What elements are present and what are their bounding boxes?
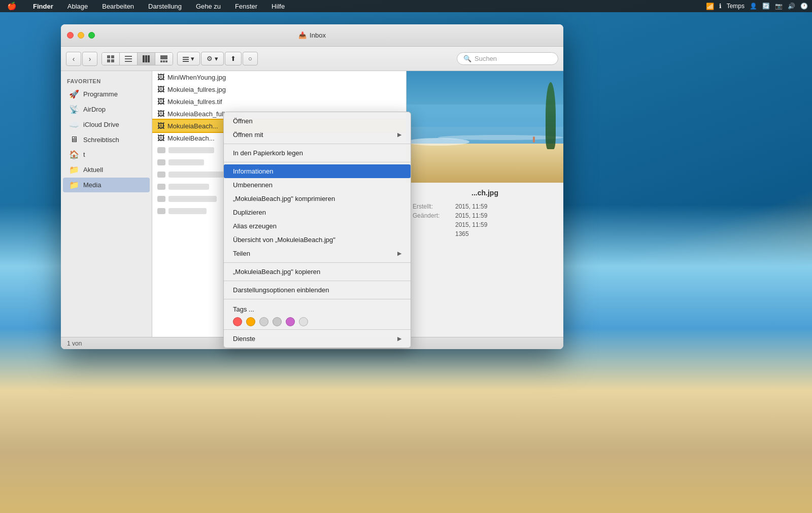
ctx-oeffnen[interactable]: Öffnen: [224, 114, 411, 128]
media-icon: 📁: [69, 180, 79, 190]
menubar-icon-time[interactable]: 🕐: [800, 3, 808, 10]
menubar-icon-camera[interactable]: 📷: [775, 3, 783, 10]
menubar-icon-volume[interactable]: 🔊: [788, 3, 795, 10]
view-gallery-btn[interactable]: [155, 53, 173, 65]
ctx-kopieren[interactable]: „MokuleiaBeach.jpg" kopieren: [224, 265, 411, 279]
menu-gehe-zu[interactable]: Gehe zu: [193, 2, 224, 11]
sidebar-item-aktuell[interactable]: 📁 Aktuell: [63, 162, 150, 177]
preview-image: [407, 71, 563, 183]
svg-rect-1: [111, 55, 114, 58]
ctx-teilen[interactable]: Teilen ▶: [224, 247, 411, 260]
detail-value: 1365: [455, 230, 469, 237]
ctx-alias[interactable]: Alias erzeugen: [224, 219, 411, 233]
action-dropdown-icon: ▾: [215, 55, 218, 62]
schreibtisch-icon: 🖥: [69, 135, 79, 144]
toolbar: ‹ › ▾ ⚙ ▾: [61, 47, 563, 71]
sidebar-item-label: AirDrop: [83, 106, 106, 113]
status-text: 1 von: [67, 340, 82, 347]
ctx-label: Duplizieren: [233, 209, 266, 216]
close-button[interactable]: [67, 32, 74, 39]
tag-dot-gray1[interactable]: [259, 317, 268, 326]
action-button[interactable]: ⚙ ▾: [201, 52, 224, 65]
svg-rect-2: [107, 59, 110, 62]
ctx-informationen[interactable]: Informationen: [224, 164, 411, 178]
preview-filename: ...ch.jpg: [413, 189, 557, 197]
sidebar-item-airdrop[interactable]: 📡 AirDrop: [63, 102, 150, 117]
menu-bearbeiten[interactable]: Bearbeiten: [99, 2, 137, 11]
svg-rect-5: [125, 58, 132, 59]
menubar-icon-info[interactable]: ℹ: [719, 3, 722, 10]
ctx-papierkorb[interactable]: In den Papierkorb legen: [224, 146, 411, 160]
file-row[interactable]: 🖼 Mokuleia_fullres.tif: [152, 95, 406, 108]
sidebar-item-media[interactable]: 📁 Media: [63, 178, 150, 192]
preview-info: ...ch.jpg Erstellt: 2015, 11:59 Geändert…: [407, 183, 563, 337]
menubar-icon-user[interactable]: 👤: [750, 3, 757, 10]
sidebar-item-label: Aktuell: [83, 166, 103, 174]
sidebar-section-favorites: Favoriten: [61, 75, 152, 86]
ctx-label: Informationen: [233, 167, 274, 175]
ctx-label: Darstellungsoptionen einblenden: [233, 286, 329, 294]
arrange-button[interactable]: ▾: [177, 52, 200, 65]
tag-dot-orange[interactable]: [246, 317, 255, 326]
ctx-komprimieren[interactable]: „MokuleiaBeach.jpg" komprimieren: [224, 192, 411, 206]
file-icon: 🖼: [157, 73, 164, 81]
file-name: MokuleiBeach...: [167, 134, 215, 142]
menu-fenster[interactable]: Fenster: [232, 2, 260, 11]
search-placeholder: Suchen: [475, 55, 497, 62]
fullscreen-button[interactable]: [88, 32, 95, 39]
share-button[interactable]: ⬆: [225, 52, 242, 65]
window-title-text: Inbox: [310, 31, 326, 39]
menu-ablage[interactable]: Ablage: [64, 2, 91, 11]
apple-menu[interactable]: 🍎: [4, 1, 20, 12]
forward-button[interactable]: ›: [82, 52, 97, 66]
search-icon: 🔍: [463, 55, 471, 62]
ctx-umbenennen[interactable]: Umbenennen: [224, 178, 411, 192]
ctx-label: Öffnen mit: [233, 131, 263, 139]
menu-hilfe[interactable]: Hilfe: [268, 2, 288, 11]
view-column-btn[interactable]: [138, 53, 155, 65]
sidebar-item-icloud[interactable]: ☁️ iCloud Drive: [63, 117, 150, 132]
ctx-dienste[interactable]: Dienste ▶: [224, 332, 411, 346]
ctx-label: Alias erzeugen: [233, 222, 277, 230]
svg-rect-3: [111, 59, 114, 62]
tag-dot-red[interactable]: [233, 317, 242, 326]
menu-finder[interactable]: Finder: [30, 2, 56, 11]
sidebar-item-schreibtisch[interactable]: 🖥 Schreibtisch: [63, 132, 150, 147]
ctx-tags[interactable]: Tags ...: [233, 303, 401, 315]
menubar-temps[interactable]: Temps: [727, 3, 745, 10]
tag-dot-white[interactable]: [299, 317, 308, 326]
minimize-button[interactable]: [78, 32, 84, 39]
submenu-arrow-icon: ▶: [397, 131, 401, 138]
tag-button[interactable]: ○: [243, 52, 258, 65]
ctx-uebersicht[interactable]: Übersicht von „MokuleiaBeach.jpg": [224, 233, 411, 247]
tag-dot-gray2[interactable]: [273, 317, 282, 326]
ctx-oeffnen-mit[interactable]: Öffnen mit ▶: [224, 128, 411, 142]
back-button[interactable]: ‹: [66, 52, 81, 66]
file-row[interactable]: 🖼 Mokuleia_fullres.jpg: [152, 83, 406, 95]
menubar-icon-sync[interactable]: 🔄: [762, 3, 770, 10]
sidebar-item-t[interactable]: 🏠 t: [63, 147, 150, 162]
sidebar-item-programme[interactable]: 🚀 Programme: [63, 87, 150, 101]
file-name: MokuleiaBeach...: [167, 122, 218, 130]
svg-rect-15: [183, 59, 189, 60]
arrange-dropdown-icon: ▾: [191, 55, 194, 62]
ctx-separator: [224, 144, 411, 144]
view-list-btn[interactable]: [120, 53, 138, 65]
svg-rect-9: [148, 55, 150, 62]
menubar-icon-wifi[interactable]: 📶: [706, 3, 714, 10]
tag-dot-purple[interactable]: [286, 317, 295, 326]
sidebar-item-label: Schreibtisch: [83, 136, 119, 144]
airdrop-icon: 📡: [69, 105, 79, 114]
ctx-duplizieren[interactable]: Duplizieren: [224, 206, 411, 219]
sidebar-item-label: t: [83, 151, 85, 158]
ctx-darstellungsoptionen[interactable]: Darstellungsoptionen einblenden: [224, 283, 411, 297]
view-icon-btn[interactable]: [102, 53, 120, 65]
file-row[interactable]: 🖼 MiniWhenYoung.jpg: [152, 71, 406, 83]
search-box[interactable]: 🔍 Suchen: [457, 52, 558, 65]
ctx-label: Umbenennen: [233, 181, 273, 189]
sidebar-item-label: Media: [83, 181, 101, 189]
ctx-label: In den Papierkorb legen: [233, 149, 303, 157]
ctx-label: Übersicht von „MokuleiaBeach.jpg": [233, 236, 335, 244]
menu-darstellung[interactable]: Darstellung: [145, 2, 185, 11]
detail-label: Geändert:: [413, 212, 453, 219]
